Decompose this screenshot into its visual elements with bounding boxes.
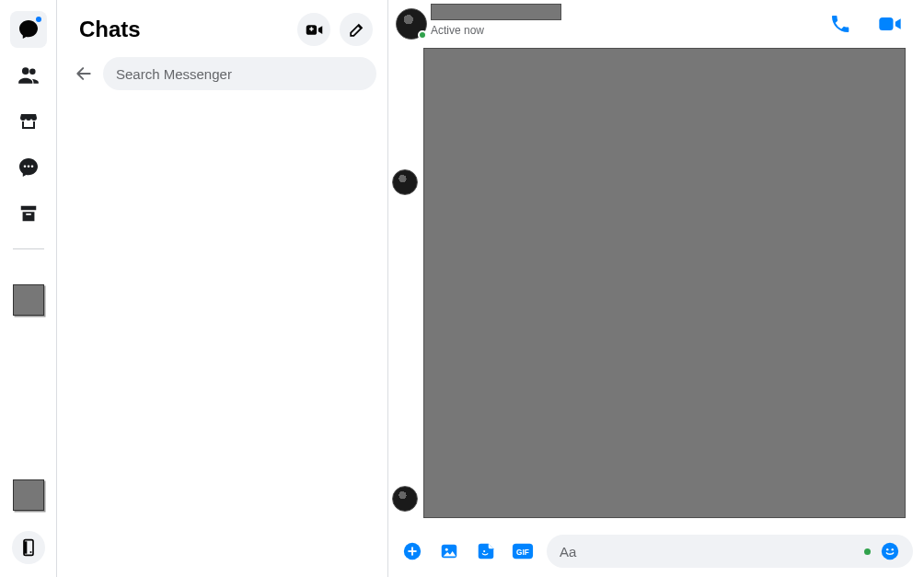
message-input[interactable]: Aa [547, 535, 913, 568]
gif-button[interactable]: GIF [510, 538, 536, 564]
svg-point-16 [886, 548, 888, 550]
nav-rail [0, 0, 57, 577]
attach-image-button[interactable] [436, 538, 462, 564]
message-avatar[interactable] [392, 169, 418, 195]
video-room-button[interactable] [297, 13, 330, 46]
nav-marketplace[interactable] [10, 103, 47, 140]
video-plus-icon [305, 20, 324, 40]
sidebar-header: Chats [57, 0, 387, 53]
nav-account-2[interactable] [13, 479, 44, 511]
phone-app-icon [19, 538, 38, 557]
svg-rect-6 [879, 17, 893, 30]
svg-rect-9 [411, 547, 413, 555]
messages-area [388, 48, 924, 525]
image-icon [439, 541, 459, 561]
unread-badge-icon [34, 15, 43, 24]
svg-point-2 [29, 551, 31, 553]
gif-icon: GIF [512, 541, 534, 561]
nav-people[interactable] [10, 57, 47, 94]
conversation-pane: Active now [388, 0, 924, 577]
phone-icon [829, 13, 851, 35]
arrow-left-icon [75, 64, 93, 83]
emoji-button[interactable] [880, 541, 900, 561]
marketplace-icon [17, 110, 40, 133]
message-avatar[interactable] [392, 486, 418, 512]
typing-presence-icon [864, 548, 871, 555]
contact-name-redacted[interactable] [431, 4, 561, 20]
people-icon [17, 63, 40, 87]
svg-point-11 [445, 548, 448, 551]
compose-icon [348, 21, 365, 39]
svg-point-17 [892, 548, 894, 550]
search-row [57, 53, 387, 98]
nav-requests[interactable] [10, 149, 47, 186]
message-placeholder: Aa [560, 544, 855, 560]
nav-chats[interactable] [10, 11, 47, 48]
search-back-button[interactable] [68, 58, 99, 89]
plus-circle-icon [402, 541, 422, 561]
nav-try-messenger[interactable] [12, 531, 45, 564]
svg-rect-1 [24, 541, 27, 553]
more-actions-button[interactable] [399, 538, 425, 564]
video-icon [877, 11, 903, 37]
composer: GIF Aa [388, 525, 924, 577]
video-call-button[interactable] [874, 8, 906, 40]
archive-icon [18, 203, 39, 224]
nav-divider [13, 248, 44, 249]
audio-call-button[interactable] [825, 8, 856, 40]
message-content-redacted [423, 48, 906, 518]
nav-archive[interactable] [10, 195, 47, 232]
svg-point-15 [882, 543, 898, 560]
contact-avatar[interactable] [396, 8, 427, 40]
page-title: Chats [79, 17, 288, 42]
svg-rect-5 [310, 27, 312, 30]
sticker-icon [476, 541, 496, 561]
svg-text:GIF: GIF [516, 548, 529, 557]
svg-point-12 [483, 550, 485, 552]
chats-sidebar: Chats [57, 0, 388, 577]
online-indicator-icon [418, 30, 427, 40]
message-requests-icon [17, 156, 40, 179]
contact-status: Active now [431, 24, 484, 37]
conversation-header: Active now [388, 0, 924, 48]
search-input[interactable] [103, 57, 376, 90]
compose-button[interactable] [340, 13, 373, 46]
sticker-button[interactable] [473, 538, 499, 564]
nav-account-1[interactable] [13, 284, 44, 316]
